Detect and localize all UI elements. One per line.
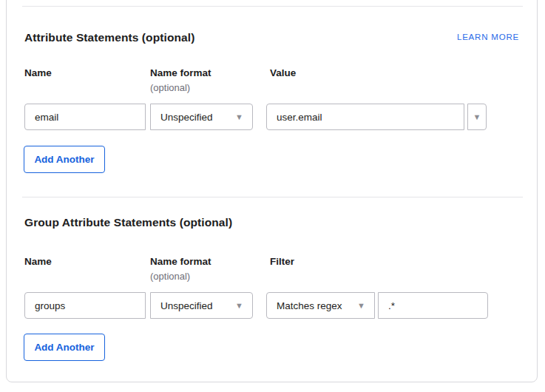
section-divider-top xyxy=(22,6,523,7)
attribute-value-input[interactable] xyxy=(266,104,464,130)
column-header-name-format: Name format xyxy=(150,67,211,78)
learn-more-link[interactable]: LEARN MORE xyxy=(457,33,519,41)
attribute-statements-title: Attribute Statements (optional) xyxy=(24,31,194,44)
add-another-group-attribute-button[interactable]: Add Another xyxy=(24,334,105,361)
chevron-down-icon: ▼ xyxy=(235,302,243,310)
column-header-value: Value xyxy=(270,67,296,78)
attribute-name-input[interactable] xyxy=(24,104,146,130)
saml-settings-page: Attribute Statements (optional) LEARN MO… xyxy=(0,0,545,392)
chevron-down-icon: ▼ xyxy=(473,113,481,121)
group-filter-type-selected-value: Matches regex xyxy=(277,300,342,311)
chevron-down-icon: ▼ xyxy=(357,302,365,310)
column-header-name-format: Name format xyxy=(150,256,211,267)
add-another-attribute-button[interactable]: Add Another xyxy=(24,146,105,173)
group-attribute-name-input[interactable] xyxy=(24,292,146,319)
section-divider-middle xyxy=(22,197,523,197)
group-attribute-name-format-select[interactable]: Unspecified ▼ xyxy=(150,292,253,319)
group-filter-type-select[interactable]: Matches regex ▼ xyxy=(266,292,375,319)
name-format-optional-hint: (optional) xyxy=(150,271,190,282)
group-attribute-name-format-selected-value: Unspecified xyxy=(160,300,213,311)
attribute-name-format-select[interactable]: Unspecified ▼ xyxy=(150,104,253,130)
attribute-value-dropdown-button[interactable]: ▼ xyxy=(467,104,487,130)
group-attribute-statements-title: Group Attribute Statements (optional) xyxy=(24,216,232,229)
column-header-filter: Filter xyxy=(270,256,294,267)
name-format-optional-hint: (optional) xyxy=(150,82,190,93)
chevron-down-icon: ▼ xyxy=(235,113,243,121)
attribute-name-format-selected-value: Unspecified xyxy=(160,112,213,123)
column-header-name: Name xyxy=(24,256,52,267)
group-filter-value-input[interactable] xyxy=(378,292,488,319)
settings-card xyxy=(6,0,538,382)
column-header-name: Name xyxy=(24,67,52,78)
